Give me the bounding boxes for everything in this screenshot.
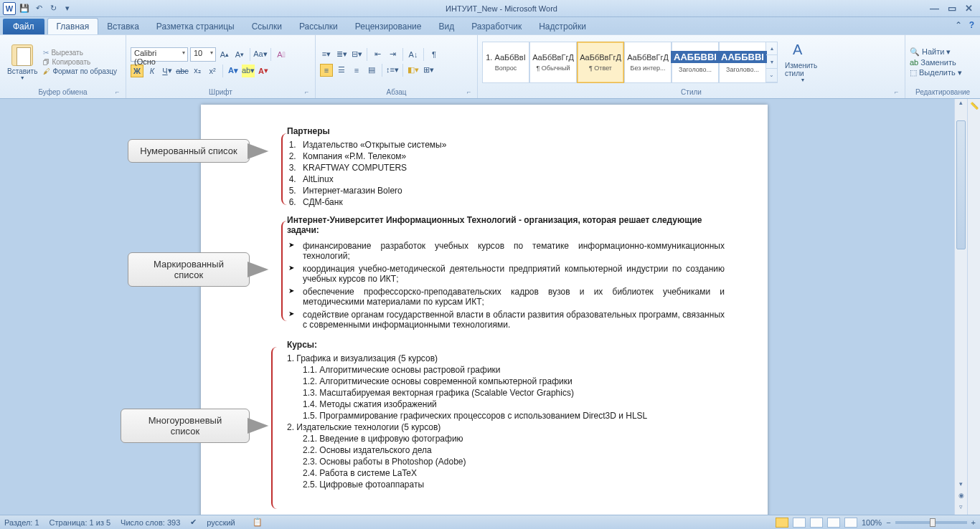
decrease-indent-icon[interactable]: ⇤ xyxy=(371,48,384,61)
proofing-icon[interactable]: ✔ xyxy=(190,518,197,527)
paste-button[interactable]: Вставить ▼ xyxy=(4,43,40,82)
status-section[interactable]: Раздел: 1 xyxy=(4,518,39,527)
para-launcher-icon[interactable]: ⌐ xyxy=(467,88,476,97)
multilevel-list: 1. Графика и визуализация (5 курсов)1.1.… xyxy=(287,353,725,490)
scroll-down-icon[interactable]: ▾ xyxy=(955,480,967,492)
gallery-expand[interactable]: ▴▾⌄ xyxy=(766,42,778,83)
minimize-icon[interactable]: — xyxy=(930,3,939,14)
line-spacing-icon[interactable]: ↕≡▾ xyxy=(386,64,399,77)
window-controls: — ▭ ✕ xyxy=(930,3,980,14)
subscript-button[interactable]: x₂ xyxy=(191,65,204,77)
align-left-icon[interactable]: ≡ xyxy=(320,64,333,77)
list-item: 1.2. Алгоритмические основы современной … xyxy=(287,376,725,387)
change-case-icon[interactable]: Aa▾ xyxy=(254,48,267,61)
paste-icon xyxy=(11,44,33,66)
tab-home[interactable]: Главная xyxy=(47,18,99,34)
align-right-icon[interactable]: ≡ xyxy=(350,64,363,77)
highlight-icon[interactable]: ab▾ xyxy=(242,65,255,77)
web-layout-view[interactable] xyxy=(810,518,823,528)
italic-button[interactable]: К xyxy=(146,65,159,77)
tab-insert[interactable]: Вставка xyxy=(98,19,148,34)
restore-icon[interactable]: ▭ xyxy=(948,3,956,14)
draft-view[interactable] xyxy=(844,518,857,528)
tab-developer[interactable]: Разработчик xyxy=(463,19,530,34)
change-styles-button[interactable]: A Изменить стили ▼ xyxy=(782,40,824,84)
zoom-level[interactable]: 100% xyxy=(862,518,882,527)
tab-review[interactable]: Рецензирование xyxy=(347,19,430,34)
tab-layout[interactable]: Разметка страницы xyxy=(148,19,243,34)
clear-format-icon[interactable]: A⃠ xyxy=(275,48,288,61)
brace-icon xyxy=(281,133,290,205)
vertical-scrollbar[interactable]: ▴ ▾ ◉ ▿ xyxy=(954,99,967,515)
scroll-up-icon[interactable]: ▴ xyxy=(955,99,967,110)
format-painter-button[interactable]: Формат по образцу xyxy=(43,67,117,75)
outline-view[interactable] xyxy=(827,518,840,528)
font-launcher-icon[interactable]: ⌐ xyxy=(305,88,314,97)
clipboard-launcher-icon[interactable]: ⌐ xyxy=(116,88,124,97)
insert-mode-icon[interactable]: 📋 xyxy=(253,518,263,527)
ribbon: Вставить ▼ Вырезать Копировать Формат по… xyxy=(0,34,980,99)
save-icon[interactable]: 💾 xyxy=(19,3,30,14)
styles-launcher-icon[interactable]: ⌐ xyxy=(895,88,903,97)
cut-button[interactable]: Вырезать xyxy=(43,49,117,57)
style-nospacing[interactable]: АаБбВвГгДБез интер... xyxy=(624,42,672,83)
text-effects-icon[interactable]: A▾ xyxy=(227,65,240,77)
font-color-icon[interactable]: A▾ xyxy=(257,65,270,77)
style-heading2[interactable]: ААББВВІЗаголово... xyxy=(719,42,766,83)
minimize-ribbon-icon[interactable]: ⌃ xyxy=(955,20,962,30)
show-marks-icon[interactable]: ¶ xyxy=(428,48,440,61)
numbering-icon[interactable]: ≣▾ xyxy=(335,48,348,61)
align-center-icon[interactable]: ☰ xyxy=(335,64,348,77)
help-icon[interactable]: ? xyxy=(969,20,974,30)
zoom-in-icon[interactable]: + xyxy=(971,518,976,527)
prev-page-icon[interactable]: ◉ xyxy=(955,492,967,503)
select-button[interactable]: ⬚Выделить ▾ xyxy=(910,68,962,77)
next-page-icon[interactable]: ▿ xyxy=(955,503,967,515)
fullscreen-view[interactable] xyxy=(793,518,806,528)
undo-icon[interactable]: ↶ xyxy=(33,3,44,14)
tab-references[interactable]: Ссылки xyxy=(243,19,291,34)
grow-font-icon[interactable]: A▴ xyxy=(218,48,231,61)
status-lang[interactable]: русский xyxy=(207,518,235,527)
strikethrough-button[interactable]: abc xyxy=(176,65,189,77)
style-normal[interactable]: АаБбВвГгД¶ Обычный xyxy=(529,42,577,83)
shrink-font-icon[interactable]: A▾ xyxy=(233,48,246,61)
bullets-icon[interactable]: ≡▾ xyxy=(320,48,333,61)
find-button[interactable]: 🔍Найти ▾ xyxy=(910,47,962,57)
tab-view[interactable]: Вид xyxy=(430,19,463,34)
file-tab[interactable]: Файл xyxy=(3,19,44,34)
close-icon[interactable]: ✕ xyxy=(965,3,973,14)
word-icon[interactable]: W xyxy=(3,2,16,15)
copy-button[interactable]: Копировать xyxy=(43,58,117,66)
multilevel-icon[interactable]: ⊟▾ xyxy=(350,48,363,61)
status-words[interactable]: Число слов: 393 xyxy=(121,518,180,527)
status-page[interactable]: Страница: 1 из 5 xyxy=(50,518,111,527)
print-layout-view[interactable] xyxy=(776,518,788,528)
increase-indent-icon[interactable]: ⇥ xyxy=(386,48,399,61)
sort-icon[interactable]: A↓ xyxy=(407,48,420,61)
shading-icon[interactable]: ◧▾ xyxy=(407,64,420,77)
bold-button[interactable]: Ж xyxy=(131,65,143,77)
scroll-thumb[interactable] xyxy=(956,120,966,249)
superscript-button[interactable]: x² xyxy=(206,65,219,77)
zoom-out-icon[interactable]: − xyxy=(886,518,890,527)
brace-icon xyxy=(281,221,290,321)
style-otvet[interactable]: АаБбВвГгД¶ Ответ xyxy=(577,42,624,83)
zoom-slider[interactable] xyxy=(895,521,967,524)
borders-icon[interactable]: ⊞▾ xyxy=(422,64,435,77)
justify-icon[interactable]: ▤ xyxy=(365,64,378,77)
replace-icon: ab xyxy=(910,58,918,67)
qat-dropdown-icon[interactable]: ▾ xyxy=(62,3,73,14)
font-name-select[interactable]: Calibri (Осно xyxy=(131,47,188,62)
list-item: 2. Издательские технологии (5 курсов) xyxy=(287,421,725,433)
replace-button[interactable]: abЗаменить xyxy=(910,58,962,67)
underline-button[interactable]: Ч▾ xyxy=(161,65,174,77)
redo-icon[interactable]: ↻ xyxy=(47,3,59,14)
group-label: Шрифт xyxy=(131,87,311,97)
ruler-toggle-icon[interactable]: 📏 xyxy=(970,102,979,110)
font-size-select[interactable]: 10 xyxy=(190,47,216,62)
style-vopros[interactable]: 1. АаБбВвІВопрос xyxy=(482,42,529,83)
style-heading1[interactable]: ААББВВІЗаголово... xyxy=(672,42,719,83)
tab-addins[interactable]: Надстройки xyxy=(530,19,595,34)
tab-mailings[interactable]: Рассылки xyxy=(291,19,347,34)
